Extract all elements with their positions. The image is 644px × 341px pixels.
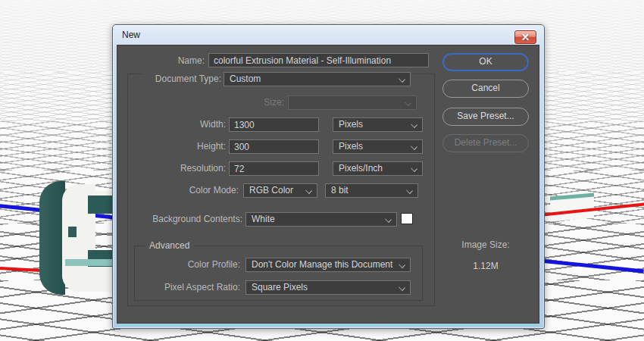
close-button[interactable] (514, 30, 536, 44)
resolution-label: Resolution: (117, 161, 226, 176)
color-mode-label: Color Mode: (117, 183, 239, 198)
frame-highlight (117, 324, 540, 326)
background-color-swatch[interactable] (401, 213, 413, 224)
dialog-titlebar[interactable]: New (114, 26, 543, 45)
bit-depth-dropdown[interactable]: 8 bit (325, 183, 418, 198)
chevron-down-icon (411, 143, 417, 150)
background-contents-label: Background Contents: (117, 212, 242, 227)
chevron-down-icon (399, 261, 405, 268)
delete-preset-button: Delete Preset... (442, 134, 529, 152)
size-label: Size: (178, 95, 284, 110)
color-profile-dropdown[interactable]: Don't Color Manage this Document (245, 258, 411, 272)
height-unit-dropdown[interactable]: Pixels (333, 139, 423, 154)
color-mode-value: RGB Color (249, 185, 293, 196)
pixel-aspect-ratio-value: Square Pixels (252, 282, 308, 293)
pixel-aspect-ratio-dropdown[interactable]: Square Pixels (245, 280, 411, 295)
extrusion-face (62, 267, 115, 292)
resolution-input[interactable] (229, 161, 319, 176)
chevron-down-icon (411, 121, 417, 128)
width-unit-dropdown[interactable]: Pixels (333, 117, 423, 132)
extruded-3d-object-right (550, 192, 594, 221)
new-document-dialog: New Name: OK Cancel Save Preset... Delet… (112, 24, 545, 329)
resolution-unit-dropdown[interactable]: Pixels/Inch (333, 161, 423, 176)
extrusion-shelf (65, 259, 115, 266)
advanced-section-toggle[interactable]: Advanced (145, 239, 194, 252)
color-mode-dropdown[interactable]: RGB Color (243, 183, 317, 198)
extruded-3d-object-left (39, 181, 115, 295)
size-dropdown (288, 95, 417, 110)
image-size-value: 1.12M (425, 261, 546, 271)
height-label: Height: (117, 139, 226, 154)
document-type-value: Custom (230, 74, 261, 84)
background-contents-dropdown[interactable]: White (245, 212, 397, 227)
extrusion-block (88, 196, 115, 214)
chevron-down-icon (399, 284, 405, 291)
document-type-label: Document Type: (142, 72, 221, 86)
resolution-unit-value: Pixels/Inch (339, 163, 383, 174)
color-profile-label: Color Profile: (117, 258, 240, 272)
extrusion-notch (68, 227, 77, 237)
chevron-down-icon (411, 165, 417, 172)
cancel-button[interactable]: Cancel (442, 80, 529, 98)
dialog-title: New (122, 30, 140, 40)
bit-depth-value: 8 bit (331, 185, 349, 196)
image-size-label: Image Size: (425, 239, 546, 250)
width-unit-value: Pixels (339, 119, 363, 130)
width-label: Width: (117, 117, 226, 132)
height-input[interactable] (229, 139, 319, 154)
background-contents-value: White (252, 214, 275, 224)
document-type-dropdown[interactable]: Custom (224, 72, 411, 86)
name-input[interactable] (208, 53, 429, 67)
height-unit-value: Pixels (339, 141, 363, 152)
chevron-down-icon (385, 216, 392, 223)
dialog-content: Name: OK Cancel Save Preset... Delete Pr… (117, 45, 539, 324)
width-input[interactable] (229, 117, 319, 132)
chevron-down-icon (399, 76, 405, 83)
chevron-down-icon (405, 99, 411, 106)
document-type-row: Document Type: Custom (142, 70, 412, 87)
color-profile-value: Don't Color Manage this Document (252, 259, 392, 270)
ok-button[interactable]: OK (442, 53, 529, 71)
name-label: Name: (133, 54, 205, 68)
chevron-down-icon (305, 187, 312, 194)
chevron-down-icon (406, 187, 413, 194)
extrusion-side (39, 181, 65, 295)
save-preset-button[interactable]: Save Preset... (442, 108, 529, 126)
pixel-aspect-ratio-label: Pixel Aspect Ratio: (117, 280, 240, 295)
